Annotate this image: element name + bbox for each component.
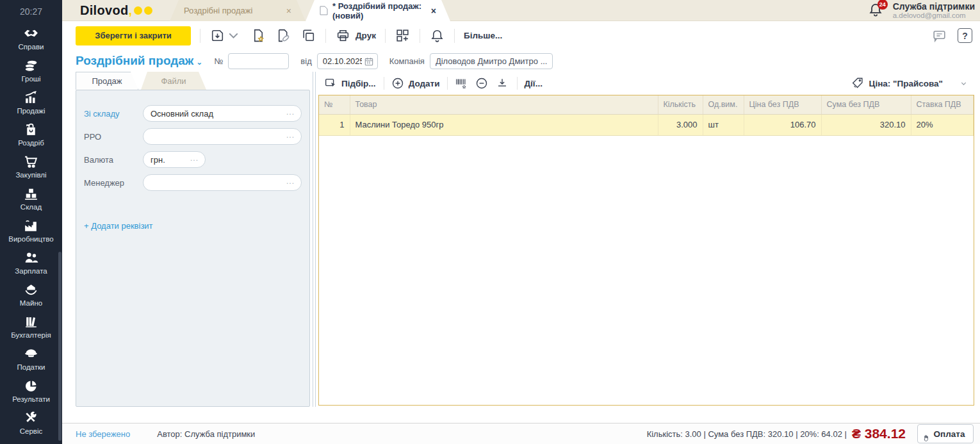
actions-button[interactable]: Дії...: [524, 79, 542, 88]
add-requisite-link[interactable]: + Додати реквізит: [84, 221, 302, 231]
sidebar-item-hroshi[interactable]: Гроші: [0, 54, 62, 86]
tab-prodazh[interactable]: Продаж: [76, 72, 138, 90]
sidebar: 20:27 Справи Гроші Продажі Роздріб Закуп…: [0, 0, 62, 444]
sidebar-item-bukhhalteriia[interactable]: Бухгалтерія: [0, 310, 62, 342]
sidebar-item-vyrobnytstvo[interactable]: Виробництво: [0, 214, 62, 246]
col-quantity[interactable]: Кількість: [658, 95, 703, 114]
chat-icon[interactable]: [931, 28, 947, 44]
items-header-row: № Товар Кількість Од.вим. Ціна без ПДВ С…: [319, 95, 974, 114]
picker-ellipsis[interactable]: ...: [190, 154, 199, 163]
details-panel: Продаж Файли Зі складу ... РРО ...: [76, 72, 310, 407]
close-icon[interactable]: ×: [431, 6, 436, 16]
cell-sum[interactable]: 320.10: [821, 114, 911, 135]
clock: 20:27: [0, 0, 62, 17]
manager-input[interactable]: [143, 175, 301, 190]
factory-icon: [23, 218, 39, 234]
panel-splitter[interactable]: [313, 72, 316, 407]
printer-icon: [335, 28, 351, 44]
warehouse-field[interactable]: ...: [143, 105, 302, 122]
more-button[interactable]: Більше...: [464, 31, 502, 40]
sidebar-item-rozdrib[interactable]: Роздріб: [0, 118, 62, 150]
doc-type-title[interactable]: Роздрібний продаж⌄: [76, 54, 202, 68]
picker-ellipsis[interactable]: ...: [286, 131, 295, 140]
save-and-close-button[interactable]: Зберегти і закрити: [76, 26, 191, 45]
tab-retail-sale-new[interactable]: * Роздрібний продаж: (новий) ×: [306, 0, 450, 21]
doc-header: Роздрібний продаж⌄ № від Компанія: [62, 50, 980, 72]
copy-icon[interactable]: [300, 28, 316, 44]
tab-faily[interactable]: Файли: [141, 72, 206, 90]
close-icon[interactable]: ×: [286, 6, 291, 16]
logo-dot: [134, 6, 142, 15]
col-number[interactable]: №: [319, 95, 350, 114]
support-name: Служба підтримки: [893, 2, 975, 12]
sidebar-item-spravy[interactable]: Справи: [0, 22, 62, 54]
add-row-button[interactable]: Додати: [391, 76, 440, 90]
save-icon[interactable]: [209, 28, 241, 44]
col-unit[interactable]: Од.вим.: [703, 95, 744, 114]
sidebar-item-rezultaty[interactable]: Результати: [0, 374, 62, 406]
pick-icon: [323, 76, 338, 90]
items-region: Підбір... Додати Ді: [318, 72, 974, 407]
logo-dot: [144, 6, 152, 15]
doc-number-input[interactable]: [228, 53, 289, 69]
picker-ellipsis[interactable]: ...: [286, 177, 295, 186]
print-button[interactable]: Друк: [335, 28, 376, 44]
tab-retail-sales-list[interactable]: Роздрібні продажі ×: [170, 0, 306, 21]
download-icon[interactable]: [495, 76, 509, 90]
cell-number[interactable]: 1: [319, 114, 350, 135]
help-icon[interactable]: ?: [958, 28, 972, 43]
cell-product[interactable]: Маслини Торедо 950гр: [350, 114, 658, 135]
remove-circle-icon[interactable]: [475, 76, 489, 90]
support-block[interactable]: 24 Служба підтримки a.delovod@gmail.com: [867, 1, 975, 19]
sidebar-item-zakupivli[interactable]: Закупівлі: [0, 150, 62, 182]
warehouse-input[interactable]: [143, 106, 301, 121]
sidebar-item-sklad[interactable]: Склад: [0, 182, 62, 214]
notification-badge: 24: [878, 0, 888, 10]
doc-content: Продаж Файли Зі складу ... РРО ...: [62, 72, 980, 423]
col-price[interactable]: Ціна без ПДВ: [744, 95, 821, 114]
manager-field[interactable]: ...: [143, 174, 302, 191]
picker-ellipsis[interactable]: ...: [286, 108, 295, 117]
grid-add-icon[interactable]: [395, 28, 411, 44]
sidebar-item-maino[interactable]: Майно: [0, 278, 62, 310]
col-product[interactable]: Товар: [350, 95, 658, 114]
warehouse-label[interactable]: Зі складу: [84, 109, 143, 119]
col-sum[interactable]: Сума без ПДВ: [821, 95, 911, 114]
cart-icon: [23, 154, 39, 170]
pie-chart-icon: [23, 378, 39, 394]
notifications-bell-icon[interactable]: 24: [867, 1, 885, 19]
currency-label: Валюта: [84, 155, 143, 165]
status-bar: Не збережено Автор: Служба підтримки Кіл…: [62, 423, 980, 444]
cell-unit[interactable]: шт: [703, 114, 744, 135]
sidebar-item-zarplata[interactable]: Зарплата: [0, 246, 62, 278]
price-type-selector[interactable]: Ціна: "Прайсова": [851, 76, 968, 90]
pay-button[interactable]: Оплата: [917, 424, 974, 443]
cell-price[interactable]: 106.70: [744, 114, 821, 135]
main-area: Dilovod, Роздрібні продажі × * Роздрібни…: [62, 0, 980, 444]
cell-quantity[interactable]: 3.000: [658, 114, 703, 135]
sidebar-scrollbar[interactable]: [58, 252, 61, 441]
barcode-icon[interactable]: [454, 76, 468, 90]
rro-label: РРО: [84, 132, 143, 142]
doc-star-icon[interactable]: [250, 28, 266, 44]
sales-chart-icon: [23, 90, 39, 106]
rro-field[interactable]: ...: [143, 128, 302, 145]
sidebar-item-servis[interactable]: Сервіс: [0, 406, 62, 438]
sidebar-item-podatky[interactable]: Податки: [0, 342, 62, 374]
price-tag-icon: [851, 76, 865, 90]
cell-vat-rate[interactable]: 20%: [911, 114, 974, 135]
table-row[interactable]: 1 Маслини Торедо 950гр 3.000 шт 106.70 3…: [319, 114, 974, 135]
pick-button[interactable]: Підбір...: [323, 76, 376, 90]
company-input[interactable]: [430, 53, 553, 69]
rro-input[interactable]: [143, 129, 301, 144]
currency-field[interactable]: ...: [143, 151, 206, 168]
document-toolbar: Зберегти і закрити Друк Більше..: [62, 21, 980, 50]
unsaved-status[interactable]: Не збережено: [76, 429, 130, 439]
cap-icon: [23, 346, 39, 362]
number-label: №: [214, 56, 223, 66]
bell-icon[interactable]: [429, 28, 445, 44]
sidebar-item-prodazhi[interactable]: Продажі: [0, 86, 62, 118]
calendar-icon[interactable]: [364, 57, 373, 66]
doc-attach-icon[interactable]: [275, 28, 291, 44]
col-vat-rate[interactable]: Ставка ПДВ: [911, 95, 974, 114]
